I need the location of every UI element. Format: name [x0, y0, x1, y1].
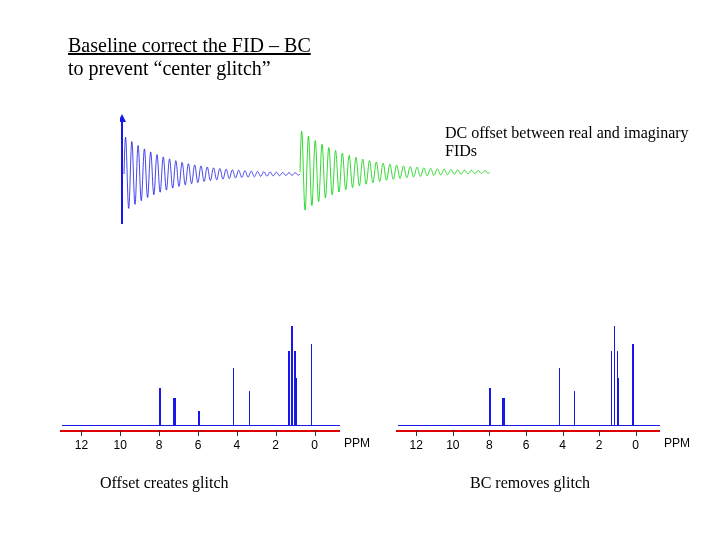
caption-left: Offset creates glitch [100, 474, 229, 492]
fid-plot [120, 112, 496, 226]
spectrum-corrected: 121086420 PPM [392, 298, 688, 458]
tick-label: 10 [446, 438, 459, 452]
tick-label: 12 [75, 438, 88, 452]
tick-label: 10 [114, 438, 127, 452]
tick-label: 4 [234, 438, 241, 452]
axis-unit: PPM [344, 436, 370, 450]
tick-label: 6 [195, 438, 202, 452]
axis-unit: PPM [664, 436, 690, 450]
tick-label: 0 [632, 438, 639, 452]
title-line2: to prevent “center glitch” [68, 57, 271, 79]
spectrum-with-glitch: 121086420 PPM [56, 298, 366, 458]
fid-svg [120, 112, 496, 226]
caption-right: BC removes glitch [470, 474, 590, 492]
tick-label: 8 [156, 438, 163, 452]
title: Baseline correct the FID – BC to prevent… [68, 34, 311, 80]
tick-label: 2 [272, 438, 279, 452]
title-line1: Baseline correct the FID – BC [68, 34, 311, 56]
tick-label: 4 [559, 438, 566, 452]
tick-label: 12 [410, 438, 423, 452]
tick-label: 2 [596, 438, 603, 452]
tick-label: 0 [311, 438, 318, 452]
tick-label: 8 [486, 438, 493, 452]
svg-marker-1 [120, 114, 126, 122]
tick-label: 6 [523, 438, 530, 452]
